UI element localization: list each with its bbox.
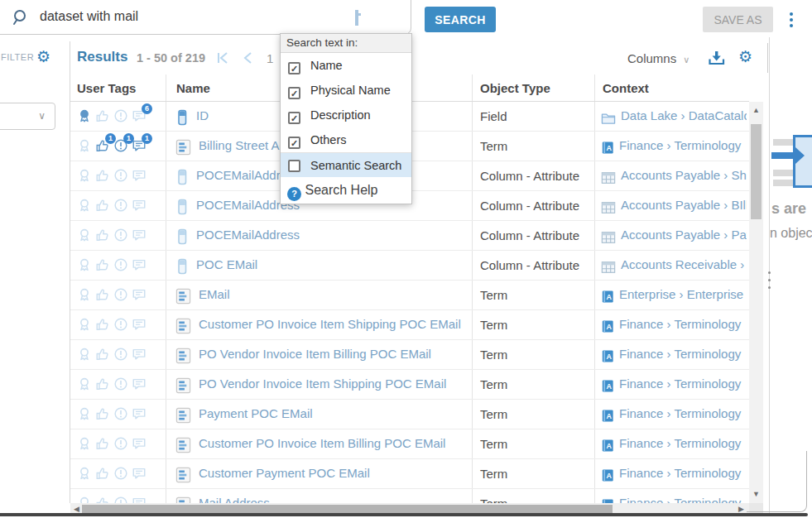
context-cell[interactable]: AFinance › Terminology bbox=[601, 377, 747, 394]
search-in-option-description[interactable]: ✓Description bbox=[281, 103, 411, 127]
checkbox-checked-icon[interactable]: ✓ bbox=[288, 62, 300, 74]
page-number[interactable]: 1 bbox=[267, 51, 273, 65]
thumbs-up-icon[interactable] bbox=[95, 228, 110, 242]
endorsement-icon[interactable] bbox=[77, 168, 92, 183]
name-cell[interactable]: Customer Payment POC EMail bbox=[175, 466, 465, 483]
context-cell[interactable]: AFinance › Terminology bbox=[601, 317, 747, 334]
name-cell[interactable]: Customer PO Invoice Item Shipping POC EM… bbox=[175, 317, 465, 334]
context-cell[interactable]: AFinance › Terminology bbox=[601, 347, 747, 364]
prev-page-icon[interactable] bbox=[242, 51, 253, 65]
checkbox-icon[interactable] bbox=[288, 160, 300, 172]
endorsement-icon[interactable] bbox=[77, 257, 92, 272]
comment-icon[interactable] bbox=[132, 377, 147, 391]
compact-view-toggle-icon[interactable] bbox=[355, 11, 365, 26]
save-as-button[interactable]: SAVE AS bbox=[703, 7, 773, 32]
name-cell[interactable]: POC EMail bbox=[175, 257, 465, 275]
context-link[interactable]: Finance › Terminology bbox=[619, 466, 741, 480]
context-link[interactable]: Data Lake › DataCatalogi bbox=[621, 108, 747, 122]
search-in-option-semantic-search[interactable]: Semantic Search bbox=[281, 152, 411, 177]
thumbs-up-icon[interactable] bbox=[95, 406, 110, 421]
thumbs-up-icon[interactable]: 1 bbox=[95, 138, 110, 153]
table-row[interactable]: Customer PO Invoice Item Billing POC EMa… bbox=[70, 429, 749, 459]
object-name-link[interactable]: Payment POC EMail bbox=[199, 406, 313, 420]
comment-icon[interactable] bbox=[132, 347, 147, 362]
thumbs-up-icon[interactable] bbox=[95, 466, 110, 481]
thumbs-up-icon[interactable] bbox=[95, 198, 110, 213]
comment-icon[interactable] bbox=[132, 496, 147, 503]
object-name-link[interactable]: ID bbox=[196, 108, 209, 122]
context-cell[interactable]: AFinance › Terminology bbox=[601, 496, 747, 503]
download-icon[interactable] bbox=[708, 50, 725, 66]
thumbs-up-icon[interactable] bbox=[95, 347, 110, 362]
comment-icon[interactable] bbox=[132, 228, 147, 242]
context-cell[interactable]: Accounts Receivable › PO bbox=[601, 257, 747, 275]
vertical-scrollbar[interactable]: ▲ ▼ bbox=[749, 102, 763, 503]
header-object-type[interactable]: Object Type bbox=[480, 81, 550, 95]
more-options-kebab-icon[interactable] bbox=[785, 10, 798, 33]
search-in-option-others[interactable]: ✓Others bbox=[281, 127, 411, 152]
context-link[interactable]: Enterprise › Enterprise Co bbox=[619, 287, 747, 301]
warning-icon[interactable] bbox=[113, 257, 128, 272]
name-cell[interactable]: POCEMailAddress bbox=[175, 228, 465, 245]
comment-icon[interactable] bbox=[132, 317, 147, 332]
context-cell[interactable]: AFinance › Terminology bbox=[601, 466, 747, 483]
table-row[interactable]: EMailTermAEnterprise › Enterprise Co bbox=[70, 281, 749, 310]
warning-icon[interactable] bbox=[113, 406, 128, 421]
comment-icon[interactable] bbox=[132, 168, 147, 183]
context-cell[interactable]: Accounts Payable › Shippi bbox=[601, 168, 747, 185]
panel-splitter-handle[interactable] bbox=[766, 271, 772, 293]
comment-icon[interactable] bbox=[132, 198, 147, 213]
first-page-icon[interactable] bbox=[216, 51, 230, 65]
comment-icon[interactable] bbox=[132, 406, 147, 421]
scroll-up-icon[interactable]: ▲ bbox=[752, 107, 760, 114]
table-row[interactable]: PO Vendor Invoice Item Shipping POC EMai… bbox=[70, 370, 749, 400]
search-in-option-name[interactable]: ✓Name bbox=[281, 53, 411, 78]
table-settings-gear-icon[interactable]: ⚙ bbox=[738, 49, 752, 65]
filter-select[interactable]: ∨ bbox=[0, 103, 55, 130]
table-row[interactable]: POC EMailColumn - AttributeAccounts Rece… bbox=[70, 251, 749, 281]
endorsement-icon[interactable] bbox=[77, 466, 92, 481]
warning-icon[interactable] bbox=[113, 377, 128, 391]
thumbs-up-icon[interactable] bbox=[95, 496, 110, 503]
thumbs-up-icon[interactable] bbox=[95, 436, 110, 451]
warning-icon[interactable] bbox=[113, 347, 128, 362]
scroll-left-icon[interactable]: ◀ bbox=[74, 506, 79, 513]
name-cell[interactable]: PO Vendor Invoice Item Billing POC EMail bbox=[175, 347, 465, 364]
thumbs-up-icon[interactable] bbox=[95, 317, 110, 332]
object-name-link[interactable]: EMail bbox=[199, 287, 230, 301]
context-cell[interactable]: Data Lake › DataCatalogi bbox=[601, 108, 747, 126]
search-in-option-physical-name[interactable]: ✓Physical Name bbox=[281, 78, 411, 103]
warning-icon[interactable] bbox=[113, 466, 128, 481]
header-name[interactable]: Name bbox=[176, 81, 210, 95]
endorsement-icon[interactable] bbox=[77, 228, 92, 242]
table-row[interactable]: Customer Payment POC EMailTermAFinance ›… bbox=[70, 459, 749, 489]
columns-dropdown[interactable]: Columns∨ bbox=[627, 51, 689, 65]
thumbs-up-icon[interactable] bbox=[95, 108, 110, 123]
thumbs-up-icon[interactable] bbox=[95, 168, 110, 183]
warning-icon[interactable] bbox=[113, 108, 128, 123]
endorsement-icon[interactable] bbox=[77, 347, 92, 362]
search-help-item[interactable]: ? Search Help bbox=[281, 177, 411, 204]
comment-icon[interactable] bbox=[132, 287, 147, 302]
context-link[interactable]: Accounts Payable › BIlling bbox=[621, 198, 747, 212]
table-row[interactable]: POCEMailAddressColumn - AttributeAccount… bbox=[70, 221, 749, 251]
checkbox-checked-icon[interactable]: ✓ bbox=[288, 87, 300, 99]
context-link[interactable]: Finance › Terminology bbox=[619, 436, 741, 450]
context-link[interactable]: Accounts Payable › Shippi bbox=[621, 168, 747, 182]
context-cell[interactable]: AFinance › Terminology bbox=[601, 436, 747, 453]
object-name-link[interactable]: Customer PO Invoice Item Billing POC EMa… bbox=[199, 436, 445, 450]
scroll-down-icon[interactable]: ▼ bbox=[752, 491, 760, 498]
endorsement-icon[interactable] bbox=[77, 138, 92, 153]
context-cell[interactable]: Accounts Payable › Payme bbox=[601, 228, 747, 245]
endorsement-icon[interactable] bbox=[77, 406, 92, 421]
name-cell[interactable]: EMail bbox=[175, 287, 465, 305]
search-input[interactable] bbox=[40, 9, 288, 24]
header-user-tags[interactable]: User Tags bbox=[77, 81, 136, 95]
endorsement-icon[interactable] bbox=[77, 496, 92, 503]
context-cell[interactable]: AEnterprise › Enterprise Co bbox=[601, 287, 747, 305]
warning-icon[interactable] bbox=[113, 496, 128, 503]
warning-icon[interactable] bbox=[113, 168, 128, 183]
warning-icon[interactable]: 1 bbox=[113, 138, 128, 153]
comment-icon[interactable] bbox=[132, 466, 147, 481]
context-link[interactable]: Finance › Terminology bbox=[619, 138, 741, 152]
